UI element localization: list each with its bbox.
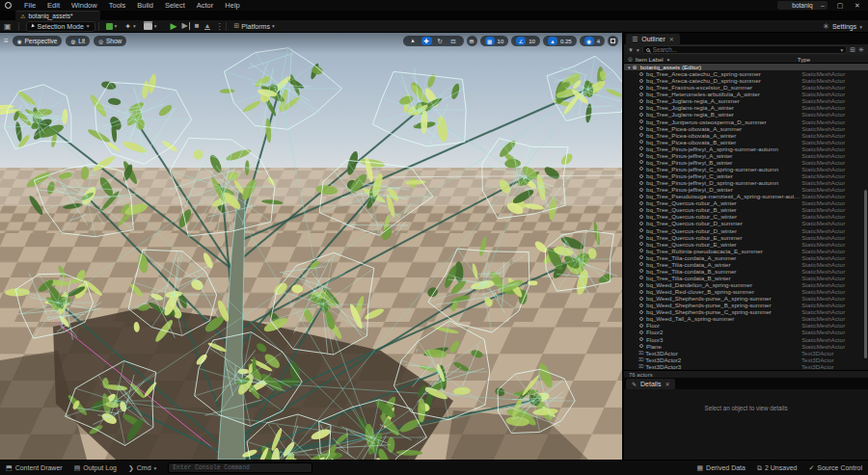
play-options-kebab-icon[interactable]: ⋮ — [215, 22, 223, 31]
outliner-row[interactable]: bq_Tree_Pinus-jeffreyi_B_winterStaticMes… — [624, 159, 868, 166]
maximize-viewport-button[interactable] — [608, 36, 618, 46]
outliner-row[interactable]: bq_Tree_Pinus-jeffreyi_D_spring-summer-a… — [624, 179, 868, 186]
outliner-row[interactable]: bq_Weed_Shepherds-purse_C_spring-summerS… — [624, 308, 868, 315]
menu-edit[interactable]: Edit — [42, 0, 65, 11]
outliner-row[interactable]: 3DText3DActorText3DActor — [624, 350, 868, 356]
visibility-eye-icon[interactable]: ◎ — [628, 56, 633, 62]
tab-details[interactable]: ✎ Details ✕ — [626, 379, 675, 389]
outliner-scrollbar[interactable] — [864, 190, 867, 358]
derived-data-button[interactable]: ▦ Derived Data — [691, 461, 750, 475]
menu-build[interactable]: Build — [132, 0, 158, 11]
menu-file[interactable]: File — [19, 0, 41, 11]
scale-tool-button[interactable]: ⊡ — [448, 37, 459, 45]
close-icon[interactable]: ✕ — [665, 381, 669, 387]
outliner-row[interactable]: bq_Tree_Pseudotsuga-menziesii_A_spring-s… — [624, 193, 868, 199]
outliner-row[interactable]: PlaneStaticMeshActor — [624, 343, 868, 350]
perspective-dropdown[interactable]: ◉ Perspective — [13, 36, 63, 46]
outliner-row[interactable]: bq_Tree_Juglans-regia_A_winterStaticMesh… — [624, 104, 868, 111]
outliner-row[interactable]: bq_Weed_Dandelion_A_spring-summerStaticM… — [624, 281, 868, 288]
outliner-row[interactable]: bq_Tree_Pinus-jeffreyi_C_winterStaticMes… — [624, 172, 868, 179]
new-folder-icon[interactable]: ⊞ — [850, 46, 855, 54]
scale-snap-control[interactable]: ▲ 0.25 — [543, 36, 577, 46]
close-icon[interactable]: ✕ — [669, 36, 674, 42]
outliner-row[interactable]: 3DText3DActor2Text3DActor — [624, 356, 868, 363]
output-log-button[interactable]: ▤ Output Log — [68, 461, 122, 475]
outliner-row[interactable]: bq_Tree_Tilia-cordata_B_winterStaticMesh… — [624, 275, 868, 281]
outliner-row[interactable]: FloorStaticMeshActor — [624, 322, 868, 329]
select-tool-button[interactable] — [408, 37, 419, 45]
selection-mode-dropdown[interactable]: Selection Mode ▾ — [26, 21, 95, 32]
outliner-row[interactable]: bq_Tree_Juglans-regia_B_winterStaticMesh… — [624, 111, 868, 118]
unsaved-button[interactable]: ⧉ 2 Unsaved — [751, 461, 802, 475]
cinematics-dropdown[interactable]: ▾ — [140, 20, 161, 33]
maximize-button[interactable]: ▢ — [835, 2, 845, 10]
outliner-row[interactable]: bq_Tree_Areca-catechu_C_spring-summerSta… — [624, 70, 868, 77]
outliner-row[interactable]: bq_Tree_Tilia-cordata_A_summerStaticMesh… — [624, 254, 868, 261]
rotation-snap-control[interactable]: ∠ 10 — [511, 36, 540, 46]
tab-outliner[interactable]: ☰ Outliner ✕ — [626, 34, 680, 44]
outliner-row[interactable]: bq_Tree_Quercus-robur_E_winterStaticMesh… — [624, 241, 868, 248]
outliner-row[interactable]: bq_Tree_Tilia-cordata_B_summerStaticMesh… — [624, 268, 868, 275]
settings-dropdown[interactable]: ✳ Settings ▾ — [823, 20, 862, 33]
outliner-row[interactable]: bq_Tree_Juglans-regia_A_summerStaticMesh… — [624, 97, 868, 104]
grid-snap-control[interactable]: ▦ 10 — [480, 36, 509, 46]
outliner-row[interactable]: bq_Tree_Picea-obovata_B_winterStaticMesh… — [624, 139, 868, 145]
search-input[interactable] — [653, 46, 838, 53]
source-control-button[interactable]: ✓ Source Control — [802, 461, 868, 475]
menu-tools[interactable]: Tools — [104, 0, 131, 11]
outliner-row[interactable]: 3DText3DActor3Text3DActor — [624, 363, 868, 370]
play-button[interactable]: ▶ — [171, 22, 177, 31]
column-type[interactable]: Type — [798, 56, 810, 63]
outliner-row[interactable]: Floor3StaticMeshActor — [624, 336, 868, 343]
outliner-row[interactable]: bq_Tree_Quercus-robur_B_winterStaticMesh… — [624, 206, 868, 213]
save-button[interactable]: ▣ — [0, 20, 15, 33]
blueprints-dropdown[interactable]: ✦▾ — [121, 20, 139, 33]
outliner-row[interactable]: bq_Tree_Tilia-cordata_A_winterStaticMesh… — [624, 261, 868, 268]
world-local-toggle[interactable]: ⊕ — [467, 36, 477, 46]
camera-speed-control[interactable]: ◉ 4 — [580, 36, 605, 46]
level-viewport[interactable]: ≡ ◉ Perspective ◍ Lit ◎ Show — [0, 33, 622, 460]
outliner-row[interactable]: bq_Tree_Pinus-jeffreyi_C_spring-summer-a… — [624, 166, 868, 172]
outliner-row[interactable]: bq_Tree_Quercus-robur_D_summerStaticMesh… — [624, 220, 868, 226]
outliner-row[interactable]: bq_Weed_Shepherds-purse_A_spring-summerS… — [624, 295, 868, 302]
outliner-row[interactable]: bq_Weed_Shepherds-purse_B_spring-summerS… — [624, 302, 868, 308]
outliner-settings-gear-icon[interactable]: ✳ — [858, 46, 864, 54]
skip-button[interactable]: ▶ — [182, 22, 190, 30]
close-button[interactable]: ✕ — [853, 2, 862, 10]
expand-arrow-icon[interactable]: ▾ — [628, 65, 631, 70]
rotate-tool-button[interactable]: ↻ — [435, 37, 446, 45]
outliner-root-row[interactable]: ▾⊕botaniq_assets (Editor) — [624, 64, 868, 70]
add-actor-dropdown[interactable]: ▾ — [102, 20, 122, 33]
outliner-row[interactable]: bq_Tree_Fraxinus-excelsior_D_summerStati… — [624, 84, 868, 91]
outliner-row[interactable]: bq_Tree_Pinus-jeffreyi_A_winterStaticMes… — [624, 152, 868, 159]
outliner-row[interactable]: bq_Weed_Red-clover_B_spring-summerStatic… — [624, 288, 868, 295]
outliner-row[interactable]: bq_Tree_Picea-obovata_A_summerStaticMesh… — [624, 125, 868, 132]
menu-select[interactable]: Select — [160, 0, 190, 11]
outliner-row[interactable]: bq_Tree_Juniperus-osteosperma_D_summerSt… — [624, 119, 868, 125]
filter-icon[interactable]: ▼ — [628, 47, 634, 53]
column-item-label[interactable]: Item Label ▲ — [636, 56, 798, 63]
menu-window[interactable]: Window — [67, 0, 102, 11]
outliner-row[interactable]: bq_Tree_Pinus-jeffreyi_A_spring-summer-a… — [624, 145, 868, 152]
stop-button[interactable]: ■ — [195, 22, 200, 30]
platforms-dropdown[interactable]: ⊞ Platforms ▾ — [230, 20, 278, 33]
tab-botaniq-assets[interactable]: ⚠ botaniq_assets* — [15, 11, 100, 20]
outliner-row[interactable]: Floor2StaticMeshActor — [624, 329, 868, 335]
outliner-row[interactable]: bq_Tree_Robinia-pseudoacacia_E_summerSta… — [624, 248, 868, 254]
outliner-row[interactable]: bq_Tree_Heteromeles-arbutifolia_A_winter… — [624, 91, 868, 97]
outliner-row[interactable]: bq_Tree_Quercus-robur_D_winterStaticMesh… — [624, 227, 868, 234]
outliner-row[interactable]: bq_Tree_Quercus-robur_C_winterStaticMesh… — [624, 213, 868, 220]
menu-help[interactable]: Help — [220, 0, 244, 11]
cmd-dropdown[interactable]: ❯ Cmd ▾ — [122, 461, 162, 475]
outliner-row[interactable]: bq_Tree_Quercus-robur_E_summerStaticMesh… — [624, 234, 868, 241]
outliner-row[interactable]: bq_Tree_Picea-obovata_A_winterStaticMesh… — [624, 132, 868, 139]
content-drawer-button[interactable]: ⬒ Content Drawer — [0, 461, 68, 475]
eject-button[interactable]: ▲ — [204, 22, 211, 30]
outliner-row[interactable]: bq_Tree_Quercus-robur_A_winterStaticMesh… — [624, 199, 868, 206]
console-command-input[interactable] — [173, 464, 308, 471]
view-mode-dropdown[interactable]: ◍ Lit — [66, 36, 90, 46]
menu-actor[interactable]: Actor — [192, 0, 219, 11]
show-flags-dropdown[interactable]: ◎ Show — [94, 36, 126, 46]
minimize-button[interactable]: – — [818, 2, 827, 9]
outliner-row[interactable]: bq_Tree_Areca-catechu_D_spring-summerSta… — [624, 77, 868, 84]
